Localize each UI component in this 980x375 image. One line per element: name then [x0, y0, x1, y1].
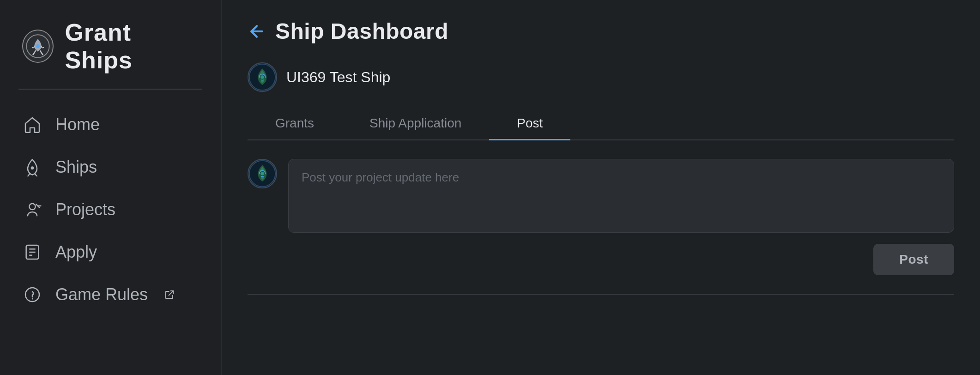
- sidebar-item-projects[interactable]: Projects: [11, 189, 210, 230]
- svg-point-18: [264, 75, 266, 76]
- svg-point-17: [260, 74, 261, 76]
- game-rules-icon: [22, 284, 42, 305]
- sidebar-header: Grant Ships: [0, 0, 221, 89]
- post-textarea[interactable]: [288, 159, 954, 233]
- post-actions: Post: [288, 244, 954, 275]
- sidebar-item-label-projects: Projects: [55, 200, 115, 219]
- svg-point-14: [260, 75, 264, 79]
- app-logo: [22, 30, 54, 63]
- svg-point-25: [260, 170, 261, 172]
- sidebar-divider: [18, 89, 202, 90]
- tab-post[interactable]: Post: [489, 109, 570, 140]
- svg-point-2: [31, 166, 34, 169]
- svg-point-23: [259, 174, 261, 178]
- sidebar-item-home[interactable]: Home: [11, 104, 210, 145]
- svg-point-26: [264, 171, 266, 173]
- post-content: Post: [248, 159, 954, 275]
- svg-line-10: [169, 291, 174, 296]
- ship-name: UI369 Test Ship: [286, 69, 390, 86]
- svg-point-1: [36, 44, 40, 48]
- svg-point-24: [264, 174, 266, 178]
- sidebar-item-label-ships: Ships: [55, 157, 97, 177]
- svg-point-3: [29, 204, 35, 210]
- svg-point-16: [264, 78, 266, 82]
- sidebar-nav: Home Ships: [0, 104, 221, 315]
- back-button[interactable]: [248, 22, 266, 41]
- ships-icon: [22, 157, 42, 177]
- ship-avatar: [248, 62, 277, 92]
- home-icon: [22, 115, 42, 135]
- sidebar-item-label-apply: Apply: [55, 242, 97, 262]
- sidebar-title: Grant Ships: [65, 18, 199, 74]
- svg-point-9: [32, 298, 33, 300]
- ship-info: UI369 Test Ship: [248, 62, 954, 92]
- sidebar-item-apply[interactable]: Apply: [11, 232, 210, 272]
- post-button[interactable]: Post: [873, 244, 954, 275]
- tab-grants[interactable]: Grants: [248, 109, 342, 140]
- external-link-icon: [164, 290, 175, 300]
- bottom-divider: [248, 294, 954, 295]
- main-content: Ship Dashboard UI369 Test Ship Grants Sh…: [222, 0, 980, 375]
- sidebar-item-ships[interactable]: Ships: [11, 147, 210, 188]
- projects-icon: [22, 200, 42, 220]
- sidebar: Grant Ships Home Ships: [0, 0, 222, 375]
- svg-point-15: [259, 78, 261, 82]
- post-user-avatar: [248, 159, 277, 188]
- post-form: Post: [288, 159, 954, 275]
- apply-icon: [22, 242, 42, 262]
- sidebar-item-game-rules[interactable]: Game Rules: [11, 274, 210, 315]
- svg-point-22: [260, 172, 264, 175]
- tab-ship-application[interactable]: Ship Application: [342, 109, 489, 140]
- page-title: Ship Dashboard: [275, 18, 448, 44]
- sidebar-item-label-game-rules: Game Rules: [55, 285, 148, 304]
- sidebar-item-label-home: Home: [55, 115, 100, 134]
- tabs: Grants Ship Application Post: [248, 109, 954, 140]
- main-header: Ship Dashboard: [248, 18, 954, 44]
